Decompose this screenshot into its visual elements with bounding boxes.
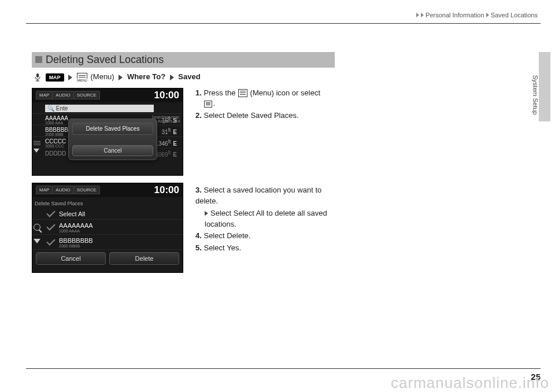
select-all-row[interactable]: Select All [32, 208, 183, 220]
clock: 10:00 [154, 90, 179, 101]
chevron-right-icon [421, 13, 424, 17]
svg-rect-0 [36, 73, 39, 77]
chevron-right-icon [205, 211, 208, 216]
screen-title: Delete Saved Places [32, 198, 183, 208]
section-heading: Deleting Saved Locations [32, 52, 335, 68]
tab-audio[interactable]: AUDIO [52, 91, 73, 99]
tab-source[interactable]: SOURCE [73, 186, 100, 194]
menu-popup: Delete Saved Places Cancel [68, 119, 157, 160]
search-input[interactable]: 🔍 Ente [45, 105, 154, 112]
chevron-right-icon [68, 75, 72, 80]
tab-audio[interactable]: AUDIO [52, 186, 73, 194]
screenshot-menu-popup: MAP AUDIO SOURCE 10:00 🔍 Ente Searching … [32, 88, 183, 176]
chevron-right-icon [170, 75, 174, 80]
map-button-icon: MAP [46, 73, 64, 82]
voice-icon [34, 73, 41, 82]
chevron-right-icon [486, 13, 489, 17]
cancel-button[interactable]: Cancel [36, 252, 106, 265]
step-1: 1. Press the (Menu) icon or select . [195, 88, 340, 110]
step-4: 4. Select Delete. [195, 231, 340, 242]
delete-saved-places-button[interactable]: Delete Saved Places [72, 123, 153, 135]
delete-button[interactable]: Delete [109, 252, 179, 265]
breadcrumb: Personal Information Saved Locations [416, 12, 538, 19]
cancel-button[interactable]: Cancel [72, 145, 153, 156]
tab-map[interactable]: MAP [36, 91, 53, 99]
step-5: 5. Select Yes. [195, 243, 340, 254]
checkmark-icon [46, 238, 54, 246]
menu-icon [238, 89, 247, 97]
tab-source[interactable]: SOURCE [73, 91, 100, 99]
thumb-tab [539, 52, 550, 121]
step-2: 2. Select Delete Saved Places. [195, 110, 340, 121]
instruction-list: 1. Press the (Menu) icon or select . 2. … [195, 88, 340, 122]
hamburger-icon [204, 101, 212, 108]
clock: 10:00 [154, 184, 179, 196]
menu-icon: MENU [77, 73, 87, 82]
search-icon[interactable] [34, 224, 40, 231]
list-item[interactable]: AAAAAAAA1000 AAAA [32, 220, 183, 235]
list-item[interactable]: BBBBBBBB2000 BBBB [32, 235, 183, 250]
watermark: carmanualsonline.info [391, 374, 549, 392]
checkmark-icon [46, 210, 54, 218]
square-bullet-icon [35, 56, 42, 63]
chevron-right-icon [416, 13, 419, 17]
divider [26, 368, 541, 369]
divider [26, 23, 541, 24]
checkmark-icon [46, 223, 54, 231]
instruction-list: 3. Select a saved location you want to d… [195, 185, 340, 254]
tab-map[interactable]: MAP [36, 186, 53, 194]
scroll-down-icon[interactable] [34, 239, 40, 243]
step-3: 3. Select a saved location you want to d… [195, 185, 340, 230]
screenshot-delete-list: MAP AUDIO SOURCE 10:00 Delete Saved Plac… [32, 183, 183, 273]
section-tab-label: System Setup [532, 75, 539, 114]
chevron-right-icon [119, 75, 123, 80]
nav-path: MAP MENU (Menu) Where To? Saved [34, 72, 506, 82]
